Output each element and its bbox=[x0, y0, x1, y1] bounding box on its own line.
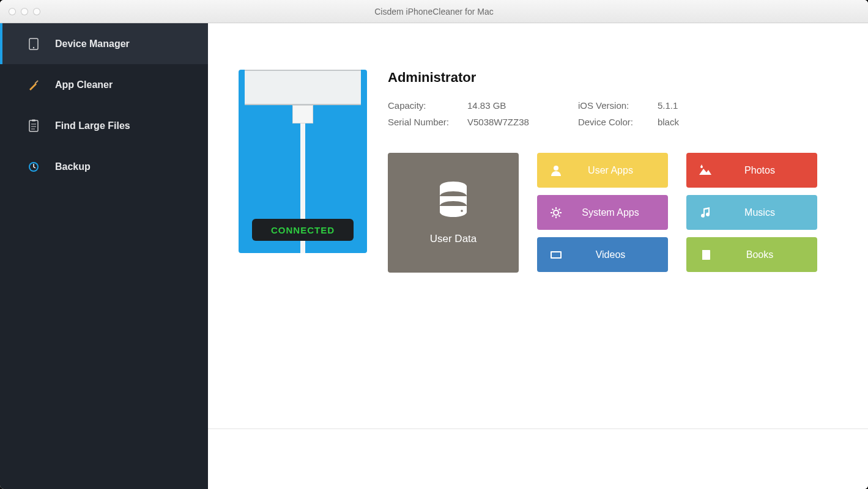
svg-rect-4 bbox=[32, 119, 35, 121]
sidebar-item-label: Find Large Files bbox=[55, 120, 130, 131]
spec-col-right: iOS Version: 5.1.1 Device Color: black bbox=[578, 100, 679, 133]
divider bbox=[208, 428, 868, 429]
capacity-label: Capacity: bbox=[388, 100, 467, 111]
sidebar-item-backup[interactable]: Backup bbox=[0, 146, 208, 187]
tile-photos[interactable]: Photos bbox=[686, 153, 817, 188]
spec-col-left: Capacity: 14.83 GB Serial Number: V5038W… bbox=[388, 100, 529, 133]
device-connection-panel: CONNECTED bbox=[239, 70, 367, 253]
tile-column-2: Photos Musics bbox=[686, 153, 817, 273]
svg-point-15 bbox=[461, 210, 463, 212]
photo-icon bbox=[697, 163, 713, 178]
database-icon bbox=[436, 180, 470, 221]
music-icon bbox=[697, 205, 713, 221]
svg-point-20 bbox=[700, 166, 703, 168]
tile-label: User Data bbox=[430, 233, 477, 245]
user-icon bbox=[548, 163, 564, 178]
tile-user-data[interactable]: User Data bbox=[388, 153, 519, 273]
tile-label: User Apps bbox=[580, 165, 668, 176]
svg-point-17 bbox=[554, 210, 558, 215]
device-icon bbox=[27, 37, 40, 51]
tile-videos[interactable]: Videos bbox=[537, 237, 668, 272]
sidebar-item-device-manager[interactable]: Device Manager bbox=[0, 23, 208, 64]
clock-icon bbox=[27, 160, 40, 174]
device-name: Administrator bbox=[388, 70, 837, 86]
sidebar-item-app-cleaner[interactable]: App Cleaner bbox=[0, 64, 208, 105]
serial-value: V5038W7ZZ38 bbox=[467, 117, 529, 127]
tile-label: Videos bbox=[580, 249, 668, 260]
serial-label: Serial Number: bbox=[388, 117, 467, 127]
tile-label: Photos bbox=[729, 165, 817, 176]
connection-status-badge: CONNECTED bbox=[252, 219, 354, 241]
tile-label: Books bbox=[729, 249, 817, 260]
ios-label: iOS Version: bbox=[578, 100, 658, 111]
close-window-button[interactable] bbox=[9, 8, 16, 15]
device-row: CONNECTED Administrator Capacity: 14.83 … bbox=[239, 70, 837, 273]
book-icon bbox=[697, 247, 713, 263]
main-content: CONNECTED Administrator Capacity: 14.83 … bbox=[208, 23, 868, 489]
tile-label: Musics bbox=[729, 207, 817, 218]
svg-rect-3 bbox=[29, 120, 38, 131]
window-body: Device Manager App Cleaner Find Large Fi… bbox=[0, 23, 868, 489]
gear-icon bbox=[548, 205, 564, 221]
cable-graphic bbox=[292, 105, 313, 123]
color-value: black bbox=[658, 117, 679, 127]
window-controls bbox=[9, 8, 40, 15]
sidebar: Device Manager App Cleaner Find Large Fi… bbox=[0, 23, 208, 489]
zoom-window-button[interactable] bbox=[33, 8, 40, 15]
clipboard-icon bbox=[27, 119, 40, 133]
color-label: Device Color: bbox=[578, 117, 658, 127]
svg-point-16 bbox=[554, 166, 558, 171]
tile-label: System Apps bbox=[580, 207, 668, 218]
svg-rect-19 bbox=[552, 252, 560, 257]
svg-point-14 bbox=[461, 202, 463, 205]
tile-books[interactable]: Books bbox=[686, 237, 817, 272]
minimize-window-button[interactable] bbox=[21, 8, 28, 15]
tile-musics[interactable]: Musics bbox=[686, 195, 817, 230]
tile-column-1: User Apps System Apps bbox=[537, 153, 668, 273]
sidebar-item-label: Device Manager bbox=[55, 39, 130, 50]
svg-point-13 bbox=[461, 193, 463, 195]
device-spec-grid: Capacity: 14.83 GB Serial Number: V5038W… bbox=[388, 100, 837, 133]
sidebar-item-label: App Cleaner bbox=[55, 79, 113, 90]
tile-user-apps[interactable]: User Apps bbox=[537, 153, 668, 188]
window-title: Cisdem iPhoneCleaner for Mac bbox=[0, 7, 868, 17]
tile-system-apps[interactable]: System Apps bbox=[537, 195, 668, 230]
phone-graphic bbox=[245, 70, 361, 105]
svg-point-1 bbox=[33, 46, 34, 48]
video-icon bbox=[548, 247, 564, 263]
app-window: Cisdem iPhoneCleaner for Mac Device Mana… bbox=[0, 0, 868, 489]
titlebar: Cisdem iPhoneCleaner for Mac bbox=[0, 0, 868, 23]
svg-rect-2 bbox=[34, 80, 38, 84]
svg-rect-22 bbox=[700, 250, 702, 260]
category-tiles: User Data User Apps bbox=[388, 153, 837, 273]
broom-icon bbox=[27, 78, 40, 92]
device-info: Administrator Capacity: 14.83 GB Serial … bbox=[388, 70, 837, 273]
capacity-value: 14.83 GB bbox=[467, 100, 506, 111]
sidebar-item-find-large-files[interactable]: Find Large Files bbox=[0, 105, 208, 146]
sidebar-item-label: Backup bbox=[55, 161, 91, 172]
ios-value: 5.1.1 bbox=[658, 100, 678, 111]
